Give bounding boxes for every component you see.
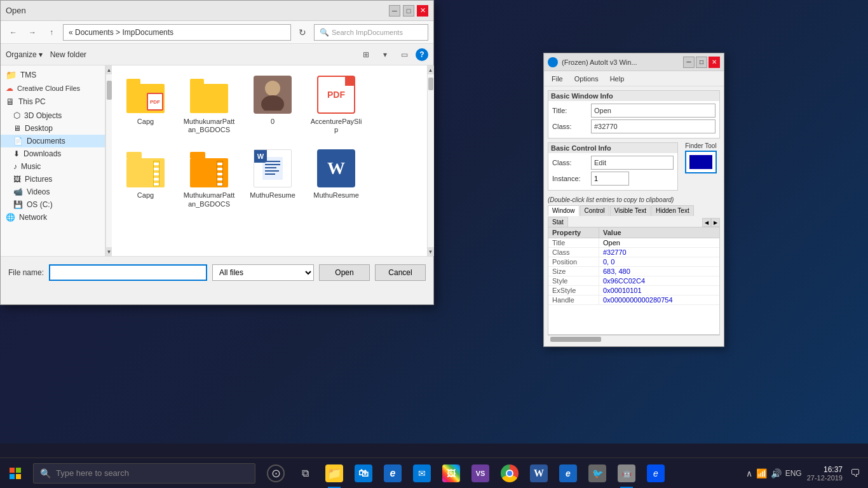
taskbar-app-store[interactable]: 🛍: [349, 458, 377, 489]
menu-help[interactable]: Help: [605, 74, 630, 84]
search-box[interactable]: 🔍 Search ImpDocuments: [314, 24, 428, 41]
help-btn[interactable]: ?: [416, 48, 428, 61]
props-row-class[interactable]: Class #32770: [548, 248, 719, 257]
taskbar-app-ie[interactable]: e: [554, 458, 582, 489]
tab-prev-btn[interactable]: ◀: [702, 218, 711, 227]
taskbar-app-cortana[interactable]: ⊙: [262, 458, 290, 489]
taskbar-app-photos[interactable]: 🖼: [437, 458, 465, 489]
nav-item-documents[interactable]: 📄 Documents: [1, 135, 105, 147]
scroll-up-arrow[interactable]: ▲: [106, 65, 112, 74]
tray-volume[interactable]: 🔊: [771, 468, 782, 478]
start-button[interactable]: [0, 458, 31, 489]
left-scrollbar[interactable]: ▲ ▼: [105, 65, 112, 256]
back-btn[interactable]: ←: [6, 25, 21, 40]
taskbar-app-explorer[interactable]: 📁: [320, 458, 348, 489]
file-item-muthukumar-folder[interactable]: MuthukumarPattan_BGDOCS: [180, 71, 238, 138]
scroll-down-arrow[interactable]: ▼: [106, 247, 112, 256]
props-row-position[interactable]: Position 0, 0: [548, 257, 719, 267]
file-item-capg-zip[interactable]: Capg: [117, 144, 174, 212]
file-scroll-down[interactable]: ▼: [428, 247, 434, 256]
time-block[interactable]: 16:37 27-12-2019: [807, 465, 843, 482]
props-class-value: #32770: [599, 248, 719, 257]
file-item-photo[interactable]: 0: [244, 71, 301, 138]
file-item-accenture-pdf[interactable]: PDF AccenturePaySlip: [308, 71, 365, 138]
tab-next-btn[interactable]: ▶: [711, 218, 720, 227]
taskbar-app-chrome[interactable]: [496, 458, 524, 489]
tab-visible-text[interactable]: Visible Text: [610, 205, 651, 216]
nav-music-label: Music: [21, 162, 41, 171]
taskbar-app-vs[interactable]: VS: [466, 458, 494, 489]
open-btn[interactable]: Open: [319, 264, 370, 281]
tab-hidden-text[interactable]: Hidden Text: [651, 205, 694, 216]
cancel-btn[interactable]: Cancel: [375, 264, 426, 281]
taskbar-app-word[interactable]: W: [525, 458, 553, 489]
autoit-maximize-btn[interactable]: □: [696, 57, 707, 68]
nav-documents-label: Documents: [27, 137, 65, 146]
hscroll-bar[interactable]: [548, 335, 720, 342]
nav-item-3d-objects[interactable]: ⬡ 3D Objects: [1, 109, 105, 122]
props-row-handle[interactable]: Handle 0x0000000000280754: [548, 295, 719, 305]
file-scroll-up[interactable]: ▲: [428, 65, 434, 74]
file-item-muthu-resume-1[interactable]: W: [244, 144, 301, 212]
ie-app-icon: e: [559, 464, 577, 482]
tab-window[interactable]: Window: [548, 205, 580, 216]
finder-preview[interactable]: [685, 151, 717, 173]
address-path[interactable]: « Documents > ImpDocuments: [63, 24, 291, 41]
taskbar-app-mail[interactable]: ✉: [408, 458, 436, 489]
taskbar-app-edge[interactable]: e: [379, 458, 407, 489]
autoit-win-controls: ─ □ ✕: [683, 57, 720, 68]
nav-item-network[interactable]: 🌐 Network: [1, 211, 105, 224]
props-row-title[interactable]: Title Open: [548, 238, 719, 248]
nav-item-os-c[interactable]: 💾 OS (C:): [1, 198, 105, 211]
nav-item-music[interactable]: ♪ Music: [1, 160, 105, 173]
preview-pane-btn[interactable]: ▭: [397, 47, 412, 62]
nav-item-tms[interactable]: 📁 TMS: [1, 68, 105, 82]
tray-lang[interactable]: ENG: [785, 469, 802, 478]
notification-icon[interactable]: 🗨: [850, 468, 860, 479]
taskbar-app-taskview[interactable]: ⧉: [291, 458, 319, 489]
nav-item-pictures[interactable]: 🖼 Pictures: [1, 173, 105, 186]
dialog-maximize-btn[interactable]: □: [403, 5, 414, 17]
tab-stat[interactable]: Stat: [548, 217, 568, 227]
autoit-minimize-btn[interactable]: ─: [683, 57, 695, 68]
svg-rect-7: [265, 170, 279, 172]
hscroll-thumb: [550, 337, 601, 342]
dialog-body: 📁 TMS ☁ Creative Cloud Files 🖥 This PC ⬡…: [1, 65, 433, 256]
view-dropdown-btn[interactable]: ▾: [377, 47, 393, 62]
up-btn[interactable]: ↑: [44, 25, 59, 40]
taskbar-search-bar[interactable]: 🔍 Type here to search: [33, 463, 255, 484]
scroll-track: [106, 74, 112, 247]
menu-options[interactable]: Options: [569, 74, 604, 84]
nav-item-this-pc[interactable]: 🖥 This PC: [1, 95, 105, 109]
tray-network[interactable]: 📶: [756, 468, 767, 478]
menu-file[interactable]: File: [546, 74, 568, 84]
tab-control[interactable]: Control: [580, 205, 609, 216]
props-size-key: Size: [548, 267, 599, 276]
forward-btn[interactable]: →: [25, 25, 40, 40]
view-options-btn[interactable]: ⊞: [358, 47, 374, 62]
file-item-capg-pdf[interactable]: PDF Capg: [117, 71, 174, 138]
dialog-minimize-btn[interactable]: ─: [389, 5, 400, 17]
nav-item-creative-cloud[interactable]: ☁ Creative Cloud Files: [1, 82, 105, 95]
nav-item-videos[interactable]: 📹 Videos: [1, 186, 105, 198]
tray-chevron[interactable]: ∧: [746, 468, 752, 478]
dialog-close-btn[interactable]: ✕: [417, 5, 428, 17]
file-item-muthu-resume-2[interactable]: W MuthuResume: [308, 144, 365, 212]
autoit-close-btn[interactable]: ✕: [709, 57, 720, 68]
props-row-size[interactable]: Size 683, 480: [548, 267, 719, 276]
taskbar-app-autoit[interactable]: 🤖: [613, 458, 641, 489]
file-item-muthukumar-zip[interactable]: MuthukumarPattan_BGDOCS: [180, 144, 238, 212]
control-instance-input[interactable]: [591, 172, 629, 186]
filetype-select[interactable]: All files: [212, 264, 314, 281]
new-folder-btn[interactable]: New folder: [50, 50, 86, 59]
nav-item-downloads[interactable]: ⬇ Downloads: [1, 147, 105, 160]
props-row-style[interactable]: Style 0x96CC02C4: [548, 276, 719, 286]
organize-btn[interactable]: Organize ▾: [6, 50, 43, 59]
taskbar-app-ie-blue[interactable]: e: [642, 458, 670, 489]
taskbar-app-teams[interactable]: 🐦: [583, 458, 611, 489]
file-area-scrollbar[interactable]: ▲ ▼: [427, 65, 433, 256]
nav-item-desktop[interactable]: 🖥 Desktop: [1, 122, 105, 135]
props-row-exstyle[interactable]: ExStyle 0x00010101: [548, 286, 719, 295]
refresh-btn[interactable]: ↻: [295, 25, 310, 40]
filename-input[interactable]: [49, 264, 207, 281]
